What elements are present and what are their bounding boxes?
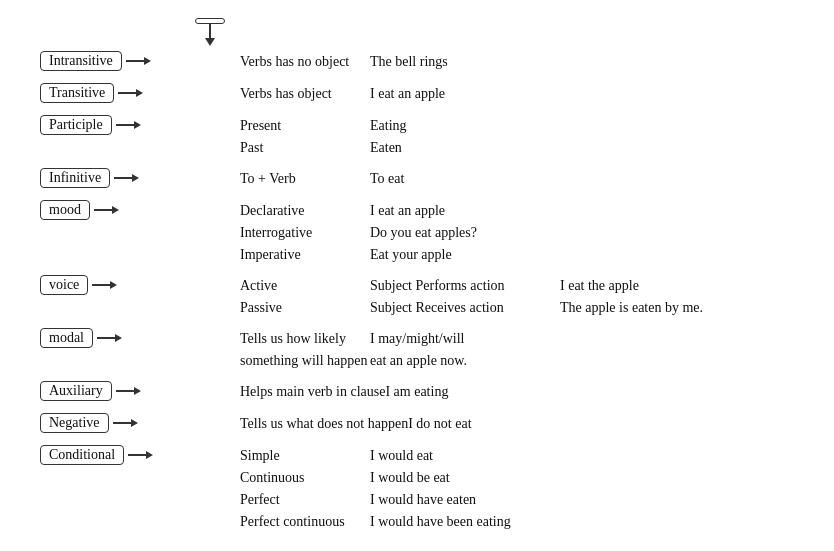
right-arrowhead-auxiliary bbox=[134, 387, 141, 395]
entry-transitive: TransitiveVerbs has objectI eat an apple bbox=[40, 80, 794, 106]
col1-text: Perfect continuous bbox=[240, 511, 370, 532]
content-line: DeclarativeI eat an apple bbox=[240, 200, 794, 222]
label-col-participle: Participle bbox=[40, 112, 240, 135]
content-line: PastEaten bbox=[240, 137, 794, 159]
right-arrowhead-transitive bbox=[136, 89, 143, 97]
col1-text: Passive bbox=[240, 297, 370, 318]
col1-text: something will happen bbox=[240, 350, 370, 371]
content-line: PresentEating bbox=[240, 115, 794, 137]
label-box-participle: Participle bbox=[40, 115, 112, 135]
col1-text: To + Verb bbox=[240, 168, 370, 189]
main-layout: IntransitiveVerbs has no objectThe bell … bbox=[20, 10, 814, 541]
arrow-intransitive bbox=[126, 57, 151, 65]
spacer bbox=[40, 373, 794, 377]
entry-conditional: ConditionalSimpleI would eatContinuousI … bbox=[40, 442, 794, 533]
col1-text: Interrogative bbox=[240, 222, 370, 243]
content-line: InterrogativeDo you eat apples? bbox=[240, 222, 794, 244]
content-line: ImperativeEat your apple bbox=[240, 244, 794, 266]
col3-text: The apple is eaten by me. bbox=[560, 297, 703, 318]
right-arrowhead-intransitive bbox=[144, 57, 151, 65]
content-line: Perfect continuousI would have been eati… bbox=[240, 511, 794, 533]
col3-text: I would have eaten bbox=[370, 489, 476, 510]
entry-voice: voiceActiveSubject Performs actionI eat … bbox=[40, 272, 794, 319]
horiz-line-intransitive bbox=[126, 60, 144, 62]
content-negative: Tells us what does not happenI do not ea… bbox=[240, 410, 794, 435]
col1-text: Tells us how likely bbox=[240, 328, 370, 349]
col1-text: Declarative bbox=[240, 200, 370, 221]
col3-text: I am eating bbox=[385, 381, 448, 402]
arrow-auxiliary bbox=[116, 387, 141, 395]
horiz-line-mood bbox=[94, 209, 112, 211]
content-line: ContinuousI would be eat bbox=[240, 467, 794, 489]
content-line: Tells us what does not happenI do not ea… bbox=[240, 413, 794, 435]
content-participle: PresentEatingPastEaten bbox=[240, 112, 794, 159]
label-box-auxiliary: Auxiliary bbox=[40, 381, 112, 401]
label-col-auxiliary: Auxiliary bbox=[40, 378, 240, 401]
content-auxiliary: Helps main verb in clauseI am eating bbox=[240, 378, 794, 403]
label-box-negative: Negative bbox=[40, 413, 109, 433]
spacer bbox=[40, 75, 794, 79]
col3-text: eat an apple now. bbox=[370, 350, 467, 371]
spacer bbox=[40, 405, 794, 409]
col3-text: I eat an apple bbox=[370, 200, 445, 221]
content-infinitive: To + VerbTo eat bbox=[240, 165, 794, 190]
entry-mood: moodDeclarativeI eat an appleInterrogati… bbox=[40, 197, 794, 266]
verb-root bbox=[195, 18, 225, 46]
spacer bbox=[40, 160, 794, 164]
horiz-line-participle bbox=[116, 124, 134, 126]
down-line bbox=[209, 24, 211, 38]
label-box-mood: mood bbox=[40, 200, 90, 220]
col2-text: Subject Receives action bbox=[370, 297, 560, 318]
spacer bbox=[40, 267, 794, 271]
col3-text: Do you eat apples? bbox=[370, 222, 477, 243]
content-mood: DeclarativeI eat an appleInterrogativeDo… bbox=[240, 197, 794, 266]
col1-text: Imperative bbox=[240, 244, 370, 265]
label-box-modal: modal bbox=[40, 328, 93, 348]
arrow-conditional bbox=[128, 451, 153, 459]
col2-text: Subject Performs action bbox=[370, 275, 560, 296]
right-arrowhead-voice bbox=[110, 281, 117, 289]
arrow-transitive bbox=[118, 89, 143, 97]
horiz-line-infinitive bbox=[114, 177, 132, 179]
content-line: Tells us how likelyI may/might/will bbox=[240, 328, 794, 350]
content-line: PerfectI would have eaten bbox=[240, 489, 794, 511]
label-col-modal: modal bbox=[40, 325, 240, 348]
col1-text: Tells us what does not happen bbox=[240, 413, 408, 434]
content-conditional: SimpleI would eatContinuousI would be ea… bbox=[240, 442, 794, 533]
content-line: Verbs has objectI eat an apple bbox=[240, 83, 794, 105]
label-col-negative: Negative bbox=[40, 410, 240, 433]
label-col-voice: voice bbox=[40, 272, 240, 295]
entry-infinitive: InfinitiveTo + VerbTo eat bbox=[40, 165, 794, 191]
right-arrowhead-mood bbox=[112, 206, 119, 214]
content-intransitive: Verbs has no objectThe bell rings bbox=[240, 48, 794, 73]
horiz-line-modal bbox=[97, 337, 115, 339]
right-arrowhead-infinitive bbox=[132, 174, 139, 182]
col3-text: I would eat bbox=[370, 445, 433, 466]
col1-text: Helps main verb in clause bbox=[240, 381, 385, 402]
entry-modal: modalTells us how likelyI may/might/will… bbox=[40, 325, 794, 372]
horiz-line-negative bbox=[113, 422, 131, 424]
col3-text: To eat bbox=[370, 168, 404, 189]
content-voice: ActiveSubject Performs actionI eat the a… bbox=[240, 272, 794, 319]
content-line: Verbs has no objectThe bell rings bbox=[240, 51, 794, 73]
entry-negative: NegativeTells us what does not happenI d… bbox=[40, 410, 794, 436]
content-modal: Tells us how likelyI may/might/willsomet… bbox=[240, 325, 794, 372]
label-box-transitive: Transitive bbox=[40, 83, 114, 103]
col1-text: Present bbox=[240, 115, 370, 136]
label-col-conditional: Conditional bbox=[40, 442, 240, 465]
label-box-intransitive: Intransitive bbox=[40, 51, 122, 71]
arrow-infinitive bbox=[114, 174, 139, 182]
label-col-infinitive: Infinitive bbox=[40, 165, 240, 188]
right-arrowhead-participle bbox=[134, 121, 141, 129]
label-box-infinitive: Infinitive bbox=[40, 168, 110, 188]
spacer bbox=[40, 437, 794, 441]
col3-text: The bell rings bbox=[370, 51, 448, 72]
content-transitive: Verbs has objectI eat an apple bbox=[240, 80, 794, 105]
entry-participle: ParticiplePresentEatingPastEaten bbox=[40, 112, 794, 159]
col1-text: Simple bbox=[240, 445, 370, 466]
horiz-line-auxiliary bbox=[116, 390, 134, 392]
col1-text: Past bbox=[240, 137, 370, 158]
col1-text: Active bbox=[240, 275, 370, 296]
arrow-negative bbox=[113, 419, 138, 427]
content-line: To + VerbTo eat bbox=[240, 168, 794, 190]
